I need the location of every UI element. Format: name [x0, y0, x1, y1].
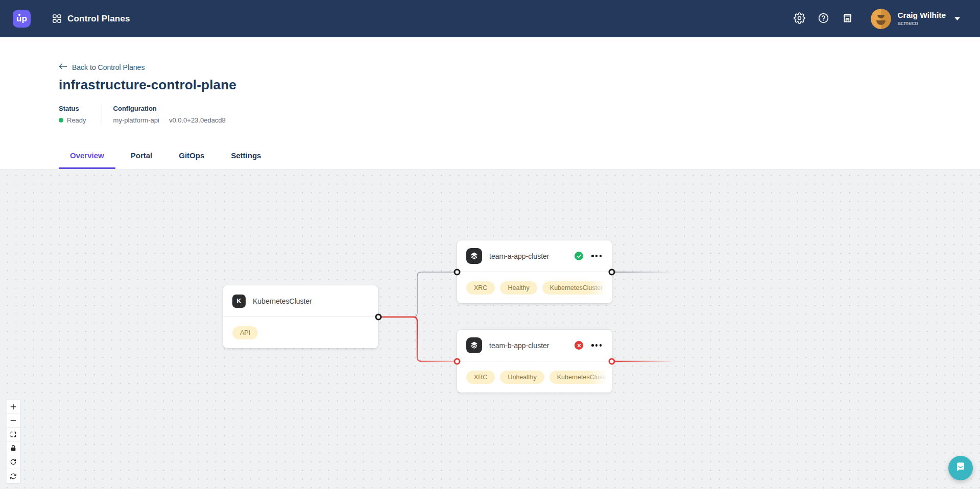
tab-bar: Overview Portal GitOps Settings — [59, 145, 272, 169]
tag-api: API — [232, 326, 258, 339]
tag-xrc: XRC — [466, 371, 495, 384]
handle-team-a-out[interactable] — [609, 269, 615, 276]
layers-icon — [466, 248, 482, 264]
rotate-button[interactable] — [7, 455, 20, 469]
upbound-logo[interactable]: up — [13, 10, 31, 28]
status-label: Status — [59, 105, 86, 112]
user-name: Craig Wilhite — [897, 11, 946, 20]
tag-unhealthy: Unhealthy — [500, 371, 544, 384]
status-section: Status Ready — [59, 105, 102, 124]
tab-overview[interactable]: Overview — [59, 145, 115, 169]
back-link-label: Back to Control Planes — [72, 63, 145, 71]
status-value: Ready — [67, 116, 86, 124]
user-menu[interactable]: Craig Wilhite acmeco — [871, 9, 961, 29]
node-title: team-b-app-cluster — [489, 341, 549, 350]
tab-portal[interactable]: Portal — [119, 145, 164, 169]
canvas-controls — [6, 400, 20, 483]
kubernetes-k-icon: K — [232, 295, 246, 308]
layers-icon — [466, 337, 482, 353]
resource-graph-canvas[interactable]: K KubernetesCluster API team-a-app-clust… — [0, 169, 980, 489]
avatar — [871, 9, 891, 29]
node-team-a-app-cluster[interactable]: team-a-app-cluster XRC Healthy Kubernete… — [457, 240, 612, 303]
node-kubernetescluster[interactable]: K KubernetesCluster API — [223, 285, 378, 348]
handle-team-b-in[interactable] — [454, 358, 461, 365]
handle-team-a-in[interactable] — [454, 269, 461, 276]
handle-kubernetescluster-out[interactable] — [375, 314, 382, 321]
status-ready-dot — [59, 118, 63, 123]
configuration-version: v0.0.0+23.0edacd8 — [169, 116, 226, 124]
lock-icon — [10, 445, 17, 452]
tab-settings[interactable]: Settings — [220, 145, 272, 169]
user-org: acmeco — [897, 20, 946, 27]
healthy-check-icon — [575, 252, 583, 260]
back-link[interactable]: Back to Control Planes — [59, 63, 145, 71]
minus-icon — [10, 417, 17, 424]
settings-button[interactable] — [794, 12, 805, 26]
rotate-icon — [10, 458, 17, 466]
app-title: Control Planes — [67, 14, 130, 24]
tag-kubernetescluster: KubernetesCluster — [549, 371, 612, 384]
tag-healthy: Healthy — [500, 281, 537, 295]
gear-icon — [794, 12, 805, 26]
fit-view-icon — [10, 431, 17, 438]
chat-bubble-icon — [954, 461, 967, 476]
tag-kubernetescluster: KubernetesCluster — [542, 281, 611, 295]
sync-button[interactable] — [7, 469, 20, 483]
tag-xrc: XRC — [466, 281, 495, 295]
node-title: team-a-app-cluster — [489, 252, 549, 260]
graph-edges — [0, 169, 980, 489]
node-team-b-app-cluster[interactable]: team-b-app-cluster XRC Unhealthy Kuberne… — [457, 330, 612, 393]
chat-launcher-button[interactable] — [948, 456, 973, 480]
help-button[interactable] — [818, 12, 829, 26]
arrow-left-icon — [59, 63, 67, 71]
top-navbar: up Control Planes — [0, 0, 980, 37]
fit-view-button[interactable] — [7, 428, 20, 442]
storefront-icon — [842, 12, 853, 26]
zoom-out-button[interactable] — [7, 414, 20, 428]
lock-button[interactable] — [7, 442, 20, 455]
control-planes-grid-icon — [52, 14, 62, 23]
node-title: KubernetesCluster — [253, 297, 312, 305]
marketplace-button[interactable] — [842, 12, 853, 26]
sync-icon — [10, 473, 17, 480]
help-icon — [818, 12, 829, 26]
logo-text: up — [16, 14, 27, 24]
handle-team-b-out[interactable] — [609, 358, 615, 365]
unhealthy-x-icon — [575, 341, 583, 350]
plus-icon — [10, 403, 17, 410]
configuration-section: Configuration my-platform-api v0.0.0+23.… — [102, 105, 241, 124]
page-header: Back to Control Planes infrastructure-co… — [0, 37, 980, 169]
configuration-package: my-platform-api — [113, 116, 159, 124]
meta-row: Status Ready Configuration my-platform-a… — [59, 105, 980, 124]
node-menu-button[interactable] — [590, 342, 603, 348]
node-menu-button[interactable] — [590, 253, 603, 259]
configuration-label: Configuration — [113, 105, 226, 112]
edge-to-team-b — [378, 317, 457, 361]
edge-to-team-a — [378, 272, 457, 317]
chevron-down-icon — [954, 16, 961, 21]
page-title: infrastructure-control-plane — [59, 77, 980, 93]
tab-gitops[interactable]: GitOps — [168, 145, 216, 169]
zoom-in-button[interactable] — [7, 400, 20, 414]
